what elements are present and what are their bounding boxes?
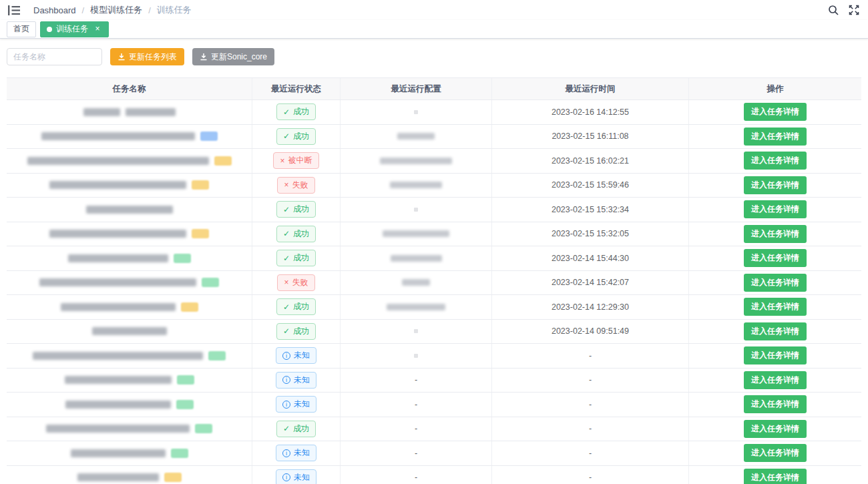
config-cell: - xyxy=(341,417,492,441)
time-cell: 2023-02-14 15:44:30 xyxy=(492,246,689,270)
config-cell: - xyxy=(341,393,492,417)
breadcrumb-item: 训练任务 xyxy=(157,4,192,16)
task-name-cell xyxy=(7,369,252,393)
enter-task-button[interactable]: 进入任务详情 xyxy=(744,371,807,389)
enter-task-button[interactable]: 进入任务详情 xyxy=(744,395,807,413)
enter-task-button[interactable]: 进入任务详情 xyxy=(744,322,807,340)
status-success-icon: ✓ xyxy=(283,132,290,141)
close-tab-icon[interactable]: × xyxy=(93,25,102,34)
status-cell: ✓成功 xyxy=(252,295,341,319)
status-success-icon: ✓ xyxy=(283,205,290,214)
tasks-table: 任务名称最近运行状态最近运行配置最近运行时间操作 ✓成功2023-02-16 1… xyxy=(7,77,861,484)
redacted-config-block xyxy=(397,133,435,140)
action-cell: 进入任务详情 xyxy=(689,246,861,270)
redacted-text-block xyxy=(49,230,186,238)
config-cell xyxy=(341,125,492,149)
update-task-list-label: 更新任务列表 xyxy=(129,51,177,63)
status-badge: ✓成功 xyxy=(276,323,316,340)
task-name-redacted xyxy=(61,302,198,312)
enter-task-button[interactable]: 进入任务详情 xyxy=(744,444,807,462)
redacted-text-block xyxy=(41,132,195,140)
status-unknown-icon: i xyxy=(282,449,290,457)
task-name-cell xyxy=(7,149,252,173)
search-icon[interactable] xyxy=(828,5,839,16)
fullscreen-icon[interactable] xyxy=(849,5,860,16)
config-cell xyxy=(341,198,492,222)
update-sonic-core-button[interactable]: 更新Sonic_core xyxy=(192,48,274,65)
status-cell: ×失败 xyxy=(252,174,341,198)
redacted-config-dot xyxy=(414,329,418,333)
time-cell: - xyxy=(492,344,689,368)
enter-task-button[interactable]: 进入任务详情 xyxy=(744,469,807,484)
table-row: i未知--进入任务详情 xyxy=(7,466,861,484)
status-label: 未知 xyxy=(294,472,310,483)
config-cell xyxy=(341,222,492,246)
enter-task-button[interactable]: 进入任务详情 xyxy=(744,176,807,194)
status-cell: ×失败 xyxy=(252,271,341,295)
status-badge: ×失败 xyxy=(277,274,314,291)
status-badge: ✓成功 xyxy=(276,250,316,266)
enter-task-button[interactable]: 进入任务详情 xyxy=(744,249,807,267)
enter-task-button[interactable]: 进入任务详情 xyxy=(744,420,807,438)
task-tag-yellow xyxy=(164,473,182,482)
redacted-text-block xyxy=(92,327,167,335)
status-label: 成功 xyxy=(293,423,309,435)
status-badge: ✓成功 xyxy=(276,128,316,145)
status-success-icon: ✓ xyxy=(283,254,290,263)
time-cell: 2023-02-16 14:12:55 xyxy=(492,100,689,124)
action-cell: 进入任务详情 xyxy=(689,417,861,441)
action-cell: 进入任务详情 xyxy=(689,393,861,417)
redacted-text-block xyxy=(61,303,176,311)
table-row: i未知--进入任务详情 xyxy=(7,393,861,417)
status-label: 成功 xyxy=(293,106,309,117)
enter-task-button[interactable]: 进入任务详情 xyxy=(744,128,807,146)
redacted-text-block xyxy=(49,181,186,189)
task-name-redacted xyxy=(71,449,188,458)
status-badge: ×被中断 xyxy=(273,152,318,169)
status-label: 成功 xyxy=(293,326,309,337)
tab-active[interactable]: 训练任务× xyxy=(40,21,109,37)
status-cell: i未知 xyxy=(252,344,341,368)
enter-task-button[interactable]: 进入任务详情 xyxy=(744,346,807,365)
status-success-icon: ✓ xyxy=(283,326,290,336)
action-cell: 进入任务详情 xyxy=(689,198,861,222)
enter-task-button[interactable]: 进入任务详情 xyxy=(744,225,807,243)
status-unknown-icon: i xyxy=(282,352,290,360)
config-cell: - xyxy=(341,466,492,484)
table-row: i未知-进入任务详情 xyxy=(7,344,861,369)
config-cell xyxy=(341,174,492,198)
status-label: 成功 xyxy=(293,204,309,215)
breadcrumb-item[interactable]: 模型训练任务 xyxy=(90,4,142,16)
table-row: ×失败2023-02-15 15:59:46进入任务详情 xyxy=(7,174,861,198)
time-cell: 2023-02-14 09:51:49 xyxy=(492,320,689,344)
redacted-config-block xyxy=(390,182,442,188)
redacted-config-dot xyxy=(414,208,418,212)
column-header: 任务名称 xyxy=(7,78,252,99)
enter-task-button[interactable]: 进入任务详情 xyxy=(744,298,807,316)
enter-task-button[interactable]: 进入任务详情 xyxy=(744,200,807,218)
update-task-list-button[interactable]: 更新任务列表 xyxy=(110,48,184,65)
redacted-config-dot xyxy=(414,354,418,358)
status-cell: i未知 xyxy=(252,393,341,417)
redacted-config-block xyxy=(387,304,445,310)
status-interrupted-icon: × xyxy=(280,156,284,166)
config-cell xyxy=(341,344,492,368)
task-name-redacted xyxy=(65,400,194,409)
tab-label: 训练任务 xyxy=(56,23,88,35)
enter-task-button[interactable]: 进入任务详情 xyxy=(744,103,807,121)
status-badge: ×失败 xyxy=(277,177,314,194)
redacted-text-block xyxy=(71,449,166,457)
time-cell: - xyxy=(492,393,689,417)
enter-task-button[interactable]: 进入任务详情 xyxy=(744,152,807,170)
tab-item[interactable]: 首页 xyxy=(7,21,36,37)
enter-task-button[interactable]: 进入任务详情 xyxy=(744,274,807,292)
task-name-cell xyxy=(7,344,252,368)
sidebar-toggle-icon[interactable] xyxy=(8,4,23,16)
update-sonic-core-label: 更新Sonic_core xyxy=(211,51,267,63)
table-body: ✓成功2023-02-16 14:12:55进入任务详情✓成功2023-02-1… xyxy=(7,100,861,484)
task-tag-green xyxy=(208,351,226,360)
task-name-input[interactable] xyxy=(7,48,102,65)
action-cell: 进入任务详情 xyxy=(689,466,861,484)
navbar-actions xyxy=(828,5,860,16)
breadcrumb-item[interactable]: Dashboard xyxy=(33,5,76,15)
